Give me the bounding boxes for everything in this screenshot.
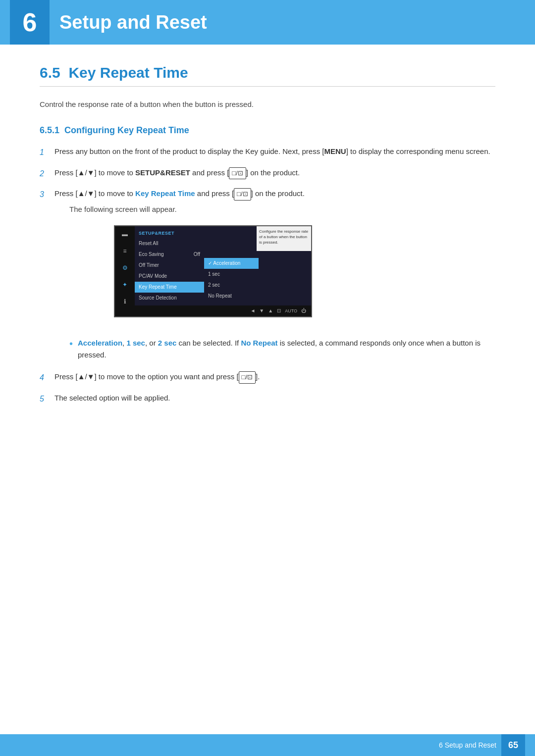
screen-bottom-bar: ◄ ▼ ▲ ⊡ AUTO ⏻ [115, 305, 311, 316]
step-text-4: Press [▲/▼] to move to the option you wa… [54, 371, 495, 384]
submenu-acceleration: ✓ Acceleration [204, 258, 259, 269]
step-num-5: 5 [40, 392, 54, 405]
footer-page-number: 65 [501, 734, 525, 756]
main-content: 6.5 Key Repeat Time Control the response… [0, 64, 535, 454]
step-5: 5 The selected option will be applied. [40, 392, 495, 405]
step-num-1: 1 [40, 146, 54, 159]
bullet-text: Acceleration, 1 sec, or 2 sec can be sel… [78, 337, 495, 361]
step-num-3: 3 [40, 188, 54, 201]
menu-item-reset: Reset All [135, 238, 204, 249]
menu-item-eco: Eco SavingOff [135, 249, 204, 260]
step-3: 3 Press [▲/▼] to move to Key Repeat Time… [40, 188, 495, 327]
bullet-icon: • [69, 337, 73, 350]
submenu-1sec: 1 sec [204, 269, 259, 280]
bullet-section: • Acceleration, 1 sec, or 2 sec can be s… [69, 337, 495, 361]
screen-image: ▬ ≡ ⚙ ✦ ℹ SETUP&RESET Reset All Eco Savi… [114, 225, 312, 317]
section-intro: Control the response rate of a button wh… [40, 99, 495, 110]
chapter-number: 6 [10, 0, 50, 45]
bottom-icon-up: ▲ [268, 307, 273, 315]
steps-list-2: 4 Press [▲/▼] to move to the option you … [40, 371, 495, 405]
step-2: 2 Press [▲/▼] to move to SETUP&RESET and… [40, 167, 495, 180]
icon-gear: ⚙ [119, 264, 130, 273]
chapter-title: Setup and Reset [59, 12, 207, 33]
icon-monitor: ▬ [119, 230, 130, 239]
steps-list: 1 Press any button on the front of the p… [40, 146, 495, 327]
step-text-1: Press any button on the front of the pro… [54, 146, 495, 157]
subsection-heading: 6.5.1 Configuring Key Repeat Time [40, 125, 495, 136]
icon-info: ℹ [119, 298, 130, 306]
bottom-icon-enter: ⊡ [277, 307, 281, 315]
bottom-icon-down: ▼ [259, 307, 264, 315]
step-4: 4 Press [▲/▼] to move to the option you … [40, 371, 495, 384]
bottom-text-auto: AUTO [285, 307, 297, 314]
footer-section-label: 6 Setup and Reset [439, 741, 496, 749]
menu-item-source: Source Detection [135, 293, 204, 303]
step-text-2: Press [▲/▼] to move to SETUP&RESET and p… [54, 167, 495, 180]
screen-icons-col: ▬ ≡ ⚙ ✦ ℹ [115, 226, 135, 305]
step-3-sub: The following screen will appear. [69, 203, 312, 215]
step-num-4: 4 [40, 371, 54, 384]
footer: 6 Setup and Reset 65 [0, 734, 535, 756]
step-1: 1 Press any button on the front of the p… [40, 146, 495, 159]
step-text-5: The selected option will be applied. [54, 392, 495, 404]
screen-simulation: ▬ ≡ ⚙ ✦ ℹ SETUP&RESET Reset All Eco Savi… [114, 225, 312, 317]
menu-item-pcav: PC/AV Mode [135, 271, 204, 282]
submenu-norepeat: No Repeat [204, 291, 259, 302]
step-text-3: Press [▲/▼] to move to Key Repeat Time a… [54, 189, 305, 198]
menu-item-timer: Off Timer [135, 260, 204, 271]
icon-gear2: ✦ [119, 281, 130, 290]
screen-submenu: ✓ Acceleration 1 sec 2 sec No Repeat [204, 256, 259, 305]
section-heading: 6.5 Key Repeat Time [40, 64, 495, 87]
chapter-header: 6 Setup and Reset [0, 0, 535, 45]
menu-item-keyrepeat: Key Repeat Time [135, 282, 204, 293]
step-num-2: 2 [40, 167, 54, 180]
icon-lines: ≡ [119, 247, 130, 256]
screen-tooltip: Configure the response rate of a button … [257, 226, 311, 251]
bottom-icon-left: ◄ [250, 307, 255, 315]
submenu-2sec: 2 sec [204, 280, 259, 291]
bottom-icon-power: ⏻ [301, 307, 306, 315]
screen-menu: SETUP&RESET Reset All Eco SavingOff Off … [135, 226, 204, 305]
screen-menu-title: SETUP&RESET [135, 228, 204, 238]
